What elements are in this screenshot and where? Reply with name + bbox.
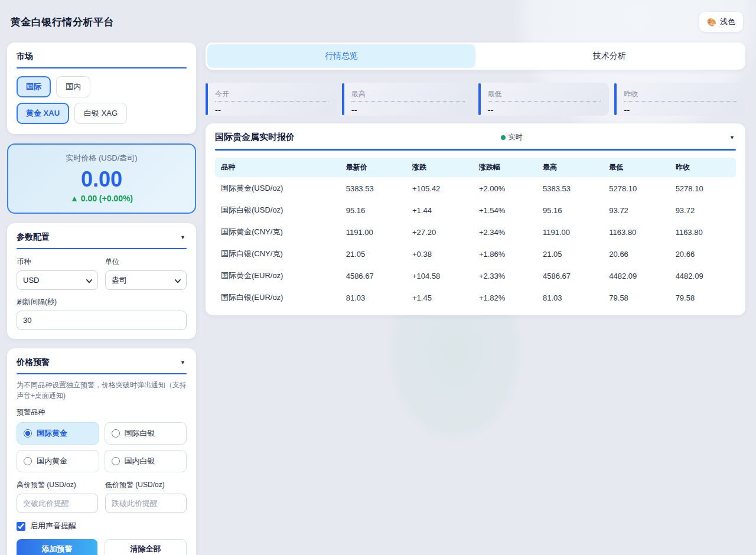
- sidebar: 市场 国际 国内 黄金 XAU 白银 XAG 实时价格 (USD/盎司) 0.0…: [7, 43, 196, 555]
- price-alert-card: 价格预警 ▼ 为不同品种设置独立预警，价格突破时弹出通知（支持声音+桌面通知) …: [7, 348, 196, 555]
- view-tabs: 行情总览 技术分析: [206, 43, 745, 70]
- cell-high: 81.03: [537, 286, 603, 308]
- cell-low: 4482.09: [603, 265, 669, 286]
- tab-technical-analysis[interactable]: 技术分析: [475, 44, 744, 68]
- cell-last-price: 5383.53: [340, 177, 406, 199]
- cell-change: +1.45: [406, 286, 473, 308]
- variety-intl-gold-radio[interactable]: 国际黄金: [17, 422, 99, 445]
- page-root: 黄金白银行情分析平台 🎨 浅色 市场 国际 国内 黄金 XAU 白银 XAG: [0, 0, 756, 555]
- quotes-title: 国际贵金属实时报价: [215, 132, 295, 143]
- cell-high: 95.16: [537, 199, 603, 221]
- currency-select[interactable]: USD: [17, 270, 98, 290]
- variety-domestic-gold-radio[interactable]: 国内黄金: [17, 450, 99, 472]
- stat-accent-bar: [614, 83, 617, 115]
- table-row: 国际白银(EUR/oz) 81.03 +1.45 +1.82% 81.03 79…: [215, 286, 736, 308]
- cell-low: 93.72: [603, 199, 669, 221]
- theme-toggle-button[interactable]: 🎨 浅色: [699, 12, 743, 32]
- stat-low-label: 最低: [488, 89, 601, 102]
- cell-variety: 国际白银(USD/oz): [215, 199, 340, 221]
- cell-change-pct: +1.54%: [473, 199, 537, 221]
- alert-description: 为不同品种设置独立预警，价格突破时弹出通知（支持声音+桌面通知): [17, 380, 187, 401]
- cell-prev-close: 4482.09: [670, 265, 736, 286]
- alert-card-title: 价格预警: [17, 357, 50, 368]
- quotes-card: 国际贵金属实时报价 实时 ▼ 品种 最新价 涨跌 涨跌幅: [206, 123, 745, 315]
- market-card-title: 市场: [17, 51, 187, 62]
- variety-label: 国内黄金: [37, 456, 67, 466]
- cell-variety: 国际白银(EUR/oz): [215, 286, 340, 308]
- add-alert-button[interactable]: 添加预警: [17, 539, 97, 555]
- cell-high: 1191.00: [537, 221, 603, 243]
- realtime-price-value: 0.00: [18, 167, 185, 191]
- sound-alert-checkbox[interactable]: [17, 522, 25, 531]
- live-dot-icon: [501, 135, 506, 140]
- col-high: 最高: [537, 158, 603, 177]
- alert-variety-group: 国际黄金 国际白银 国内黄金 国内白银: [17, 422, 187, 472]
- stat-card-high: 最高 --: [342, 83, 473, 116]
- cell-change: +1.44: [406, 199, 473, 221]
- high-alert-input[interactable]: [17, 494, 98, 513]
- cell-change-pct: +2.00%: [473, 177, 537, 199]
- radio-icon[interactable]: [24, 429, 32, 438]
- variety-intl-silver-radio[interactable]: 国际白银: [105, 422, 187, 445]
- quotes-header-row: 品种 最新价 涨跌 涨跌幅 最高 最低 昨收: [215, 158, 736, 177]
- cell-variety: 国际黄金(EUR/oz): [215, 265, 340, 286]
- cell-prev-close: 1163.80: [670, 221, 736, 243]
- cell-change-pct: +2.34%: [473, 221, 537, 243]
- realtime-price-change: ▲ 0.00 (+0.00%): [18, 194, 185, 203]
- stat-high-value: --: [351, 105, 465, 115]
- stat-accent-bar: [342, 83, 344, 115]
- stat-accent-bar: [206, 83, 208, 115]
- col-low: 最低: [603, 158, 669, 177]
- metal-gold-button[interactable]: 黄金 XAU: [17, 103, 69, 124]
- col-variety: 品种: [215, 158, 340, 177]
- cell-last-price: 21.05: [340, 243, 406, 265]
- table-row: 国际白银(USD/oz) 95.16 +1.44 +1.54% 95.16 93…: [215, 199, 736, 221]
- quotes-collapse-icon[interactable]: ▼: [728, 133, 736, 142]
- alert-collapse-icon[interactable]: ▼: [179, 358, 187, 367]
- cell-variety: 国际黄金(CNY/克): [215, 221, 340, 243]
- low-alert-label: 低价预警 (USD/oz): [105, 480, 187, 490]
- col-change-pct: 涨跌幅: [473, 158, 537, 177]
- main-content: 行情总览 技术分析 今开 -- 最高 -- 最低 --: [206, 43, 745, 315]
- col-change: 涨跌: [406, 158, 473, 177]
- variety-label: 国际白银: [125, 428, 155, 439]
- page-title: 黄金白银行情分析平台: [11, 15, 114, 29]
- cell-last-price: 4586.67: [340, 265, 406, 286]
- realtime-price-card: 实时价格 (USD/盎司) 0.00 ▲ 0.00 (+0.00%): [7, 143, 196, 214]
- stat-card-open: 今开 --: [206, 83, 337, 116]
- radio-icon[interactable]: [112, 429, 120, 438]
- unit-select[interactable]: 盎司: [105, 270, 187, 290]
- stat-low-value: --: [488, 105, 601, 115]
- sound-alert-label: 启用声音提醒: [30, 521, 76, 531]
- market-card-rule: [17, 67, 187, 68]
- stat-prev-close-label: 昨收: [624, 89, 737, 102]
- stat-open-label: 今开: [215, 89, 328, 102]
- low-alert-input[interactable]: [105, 494, 187, 513]
- unit-label: 单位: [105, 257, 187, 267]
- cell-low: 5278.10: [603, 177, 669, 199]
- cell-low: 1163.80: [603, 221, 669, 243]
- params-card-title: 参数配置: [17, 232, 50, 243]
- params-card: 参数配置 ▼ 币种 USD: [7, 223, 196, 339]
- metal-silver-button[interactable]: 白银 XAG: [74, 103, 127, 124]
- tab-market-overview[interactable]: 行情总览: [207, 44, 475, 68]
- live-label: 实时: [509, 132, 523, 142]
- variety-domestic-silver-radio[interactable]: 国内白银: [105, 450, 187, 472]
- refresh-interval-input[interactable]: [17, 311, 187, 330]
- cell-change: +0.38: [406, 243, 473, 265]
- market-scope-domestic-button[interactable]: 国内: [56, 76, 90, 97]
- stat-high-label: 最高: [351, 89, 465, 102]
- cell-prev-close: 93.72: [670, 199, 736, 221]
- stat-prev-close-value: --: [624, 105, 737, 115]
- stat-card-prev-close: 昨收 --: [614, 83, 745, 116]
- variety-label: 国内白银: [125, 456, 155, 466]
- radio-icon[interactable]: [112, 457, 120, 465]
- params-card-rule: [17, 248, 187, 249]
- clear-all-button[interactable]: 清除全部: [105, 539, 187, 555]
- cell-high: 21.05: [537, 243, 603, 265]
- cell-high: 5383.53: [537, 177, 603, 199]
- market-scope-international-button[interactable]: 国际: [17, 76, 51, 97]
- params-collapse-icon[interactable]: ▼: [179, 233, 187, 241]
- radio-icon[interactable]: [24, 457, 32, 465]
- sound-alert-row[interactable]: 启用声音提醒: [17, 521, 187, 531]
